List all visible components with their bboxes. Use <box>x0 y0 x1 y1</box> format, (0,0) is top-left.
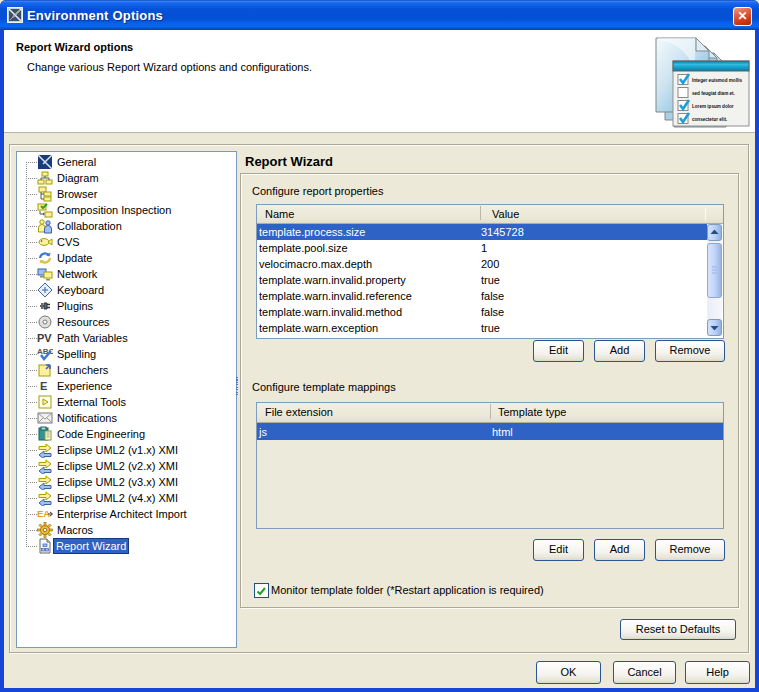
svg-text:E: E <box>40 380 47 392</box>
svg-text:Lorem ipsum dolor: Lorem ipsum dolor <box>692 104 734 109</box>
svg-text:consectetur elit.: consectetur elit. <box>692 117 727 122</box>
svg-text:sed feugiat diam et.: sed feugiat diam et. <box>692 91 735 96</box>
svg-text:Integer euismod mollis: Integer euismod mollis <box>692 78 742 83</box>
svg-text:PV: PV <box>37 332 52 344</box>
